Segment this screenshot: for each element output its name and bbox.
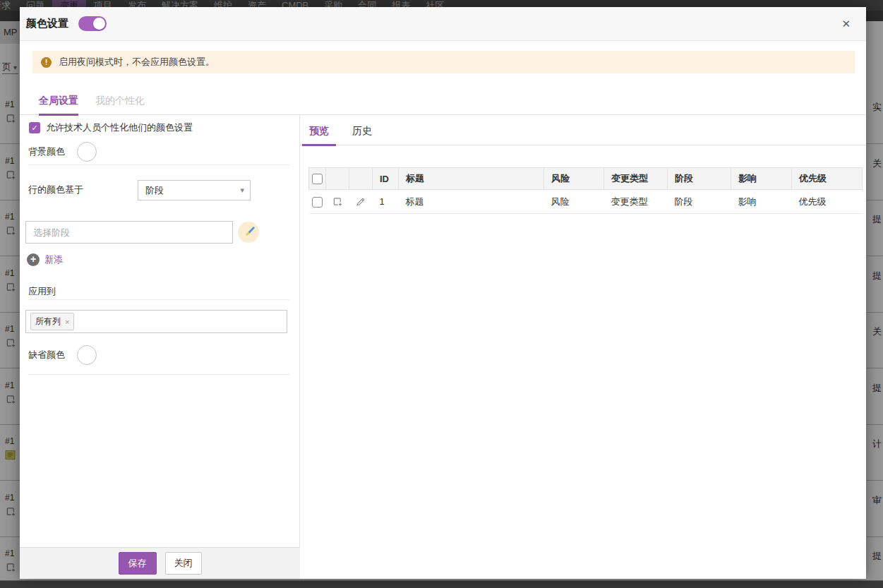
modal-footer: 保存 关闭 bbox=[20, 547, 300, 579]
row-color-based-on-select[interactable]: 阶段 ▾ bbox=[138, 180, 251, 200]
tag-remove-icon[interactable]: × bbox=[65, 318, 69, 326]
cell-priority: 优先级 bbox=[792, 190, 863, 214]
allow-personalization-checkbox[interactable]: ✓ bbox=[29, 122, 40, 133]
modal-header: 颜色设置 ✕ bbox=[20, 7, 866, 41]
header-impact: 影响 bbox=[731, 168, 792, 190]
row-color-based-on-label: 行的颜色基于 bbox=[28, 184, 83, 196]
stage-select-input[interactable] bbox=[25, 221, 233, 244]
cell-title: 标题 bbox=[399, 190, 544, 214]
table-row: 1 标题 风险 变更类型 阶段 影响 优先级 bbox=[309, 190, 863, 214]
header-edit-col bbox=[349, 168, 373, 190]
color-settings-toggle[interactable] bbox=[78, 16, 107, 31]
apply-to-tag-input[interactable]: 所有列 × bbox=[25, 310, 287, 333]
cell-change-type: 变更类型 bbox=[604, 190, 668, 214]
cell-id: 1 bbox=[373, 190, 399, 214]
row-color-based-on-value: 阶段 bbox=[145, 184, 240, 197]
header-priority: 优先级 bbox=[792, 168, 863, 190]
color-settings-modal: 颜色设置 ✕ ! 启用夜间模式时，不会应用颜色设置。 全局设置 我的个性化 ✓ … bbox=[20, 7, 866, 579]
tab-global-settings[interactable]: 全局设置 bbox=[39, 95, 78, 114]
allow-personalization-label: 允许技术人员个性化他们的颜色设置 bbox=[46, 121, 193, 134]
row-checkbox[interactable] bbox=[312, 197, 323, 208]
default-color-swatch[interactable] bbox=[77, 345, 97, 365]
toggle-knob bbox=[93, 18, 105, 30]
warning-icon: ! bbox=[41, 57, 52, 68]
warning-text: 启用夜间模式时，不会应用颜色设置。 bbox=[59, 56, 215, 68]
add-new-row[interactable]: + 新添 bbox=[27, 253, 63, 266]
header-title: 标题 bbox=[399, 168, 544, 190]
header-change-type: 变更类型 bbox=[604, 168, 668, 190]
color-brush-button[interactable] bbox=[238, 222, 259, 243]
default-color-row: 缺省颜色 bbox=[28, 345, 97, 365]
plus-circle-icon: + bbox=[27, 253, 40, 266]
chevron-down-icon: ▾ bbox=[240, 186, 244, 195]
background-color-swatch[interactable] bbox=[77, 142, 97, 162]
all-columns-tag-label: 所有列 bbox=[35, 316, 61, 328]
edit-pencil-icon[interactable] bbox=[355, 196, 366, 208]
header-stage: 阶段 bbox=[668, 168, 731, 190]
cell-stage: 阶段 bbox=[668, 190, 731, 214]
preview-table-header-row: ID 标题 风险 变更类型 阶段 影响 优先级 bbox=[309, 168, 863, 190]
preview-tabbar: 预览 历史 bbox=[300, 121, 866, 145]
all-columns-tag: 所有列 × bbox=[30, 313, 74, 330]
allow-personalization-row: ✓ 允许技术人员个性化他们的颜色设置 bbox=[29, 121, 193, 134]
background-color-row: 背景颜色 bbox=[28, 142, 97, 162]
panel-divider bbox=[299, 115, 300, 579]
divider bbox=[28, 164, 289, 165]
settings-tabbar: 全局设置 我的个性化 bbox=[20, 90, 866, 115]
close-icon[interactable]: ✕ bbox=[841, 18, 851, 30]
screen: 请求问题变更项目发布解决方案维护资产CMDB采购合同报表社区 MP 页▾ #1实… bbox=[0, 0, 883, 588]
header-risk: 风险 bbox=[544, 168, 604, 190]
background-color-label: 背景颜色 bbox=[28, 145, 65, 158]
close-button[interactable]: 关闭 bbox=[165, 552, 202, 575]
preview-table: ID 标题 风险 变更类型 阶段 影响 优先级 1 标题 风险 变更类型 阶段 bbox=[308, 167, 863, 214]
tab-history[interactable]: 历史 bbox=[345, 125, 379, 145]
select-all-checkbox[interactable] bbox=[312, 174, 323, 184]
add-new-link: 新添 bbox=[44, 253, 63, 266]
paintbrush-icon bbox=[242, 226, 256, 239]
save-button[interactable]: 保存 bbox=[119, 552, 157, 575]
apply-to-label: 应用到 bbox=[28, 285, 56, 298]
tab-preview[interactable]: 预览 bbox=[302, 125, 336, 145]
header-note-col bbox=[326, 168, 349, 190]
cell-impact: 影响 bbox=[731, 190, 792, 214]
cell-risk: 风险 bbox=[544, 190, 604, 214]
modal-title: 颜色设置 bbox=[26, 17, 68, 30]
tab-my-personalization[interactable]: 我的个性化 bbox=[95, 95, 145, 114]
night-mode-warning-banner: ! 启用夜间模式时，不会应用颜色设置。 bbox=[32, 51, 855, 73]
default-color-label: 缺省颜色 bbox=[28, 349, 65, 361]
header-id: ID bbox=[373, 168, 399, 190]
add-note-icon[interactable] bbox=[332, 196, 343, 208]
divider bbox=[28, 299, 289, 300]
divider bbox=[28, 374, 289, 375]
